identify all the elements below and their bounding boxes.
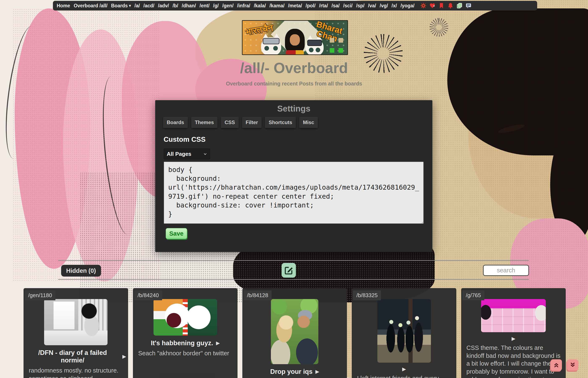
post-title-row: ▶ [461,336,566,341]
post-thumbnail[interactable] [44,299,107,345]
settings-tabs: BoardsThemesCSSFilterShortcutsMisc [163,117,318,128]
expand-arrow-icon[interactable]: ▶ [315,369,319,374]
post-title: Drop your iqs [270,368,313,376]
post-body: randomness mostly. no structure. sometim… [29,367,123,378]
nav-board-link[interactable]: /pol/ [306,3,315,9]
nav-board-link[interactable]: /rta/ [319,3,328,9]
post-card[interactable]: /b/84240 It's habbening guyz. ▶ Seach "a… [133,288,238,378]
search-input[interactable] [483,265,529,276]
banner-girl [284,29,306,55]
nav-board-link[interactable]: /g/ [213,3,219,9]
nav-icon-group [420,2,472,9]
expand-arrow-icon[interactable]: ▶ [512,336,515,341]
post-card[interactable]: /b/84128 Drop your iqs ▶ [242,288,347,378]
post-body: CSS theme. The colours are kindoff bad n… [467,344,561,378]
post-thumbnail[interactable] [271,299,318,364]
banner-cat-vr-right [306,39,324,55]
nav-board-link[interactable]: /dhan/ [182,3,196,9]
nav-overboard[interactable]: Overboard /all/ [74,3,107,9]
post-card-row: /gen/1180 /DFN - diary of a failed normi… [24,288,566,378]
nav-board-link[interactable]: /infra/ [237,3,250,9]
expand-arrow-icon[interactable]: ▶ [122,354,126,359]
nav-board-link[interactable]: /gen/ [222,3,234,9]
settings-tab[interactable]: Themes [191,117,218,128]
divider-line [58,260,529,261]
nav-board-link[interactable]: /kama/ [269,3,284,9]
save-button[interactable]: Save [166,228,187,239]
post-thumbnail[interactable] [481,299,546,332]
banner-pixel-sprite [338,38,343,43]
nav-board-link[interactable]: /adv/ [158,3,169,9]
nav-board-link[interactable]: /sa/ [332,3,340,9]
nav-board-link[interactable]: /acd/ [143,3,154,9]
banner-pixel-sprite [330,48,334,53]
notification-bell-icon[interactable] [447,2,454,9]
divider-line [58,279,529,280]
post-ref-badge[interactable]: /b/83325 [353,290,381,300]
chevron-down-icon: ▾ [129,3,131,8]
post-thumbnail[interactable] [377,299,431,363]
settings-panel: Settings BoardsThemesCSSFilterShortcutsM… [155,100,432,252]
post-ref-badge[interactable]: /b/84240 [134,290,162,300]
heart-plus-icon[interactable] [429,2,436,9]
top-navigation: Home Overboard /all/ Boards ▾ /a//acd//a… [53,1,537,11]
nav-board-link[interactable]: /a/ [134,3,140,9]
post-ref-badge[interactable]: /g/765 [462,290,484,300]
nav-board-link[interactable]: /meta/ [288,3,302,9]
settings-gear-icon[interactable] [420,2,427,9]
css-scope-select-control[interactable]: All Pages [164,151,210,157]
nav-board-link[interactable]: /sp/ [356,3,365,9]
nav-boards-menu[interactable]: Boards ▾ [111,3,131,9]
nav-home[interactable]: Home [57,3,70,9]
nav-board-link[interactable]: /kala/ [254,3,266,9]
scroll-to-bottom-button[interactable] [567,359,578,371]
post-title: /DFN - diary of a failed normie/ [26,349,120,364]
nav-board-link[interactable]: /b/ [173,3,178,9]
double-chevron-up-icon [553,361,560,369]
copy-pages-icon[interactable] [456,2,463,9]
expand-arrow-icon[interactable]: ▶ [216,340,220,346]
post-body: I left internet friends and every [357,374,451,378]
settings-tab[interactable]: Misc [299,117,318,128]
post-title-row: ▶ [352,366,456,372]
settings-tab[interactable]: CSS [221,117,238,128]
post-card[interactable]: /b/83325 ▶ I left internet friends and e… [352,288,456,378]
post-title: It's habbening guyz. [151,339,213,347]
nav-board-link[interactable]: /va/ [368,3,376,9]
nav-boards-label: Boards [111,3,128,9]
post-body: Seach "akhnoor border" on twitter [138,350,232,357]
settings-tab[interactable]: Shortcuts [265,117,296,128]
compose-pencil-icon [284,266,293,275]
custom-css-heading: Custom CSS [164,135,206,143]
custom-css-textarea[interactable]: body { background: url('https://bharatch… [164,162,424,224]
settings-title: Settings [155,104,432,113]
settings-tab[interactable]: Boards [163,117,188,128]
post-title-row: It's habbening guyz. ▶ [133,339,238,347]
scroll-to-top-button[interactable] [551,359,562,371]
new-post-button[interactable] [282,263,296,278]
page-subtitle: Overboard containing recent Posts from a… [147,81,441,87]
double-chevron-down-icon [569,361,576,369]
post-ref-badge[interactable]: /b/84128 [244,290,271,300]
nav-board-link[interactable]: /yoga/ [401,3,414,9]
nav-board-link[interactable]: /sci/ [343,3,353,9]
banner-cat-vr-left [261,37,281,55]
site-banner[interactable]: भारतचैन Bharat Chan [242,20,348,55]
nav-board-link[interactable]: /ent/ [200,3,209,9]
css-scope-select[interactable]: All Pages [164,148,210,159]
nav-board-link[interactable]: /x/ [392,3,397,9]
chat-message-icon[interactable] [465,2,472,9]
post-card[interactable]: /g/765 ▶ CSS theme. The colours are kind… [461,288,566,378]
hidden-posts-button[interactable]: Hidden (0) [61,265,101,277]
nav-board-link[interactable]: /vg/ [380,3,388,9]
post-card[interactable]: /gen/1180 /DFN - diary of a failed normi… [24,288,128,378]
banner-pixel-sprite [330,38,334,43]
post-thumbnail[interactable] [154,299,217,336]
settings-tab[interactable]: Filter [242,117,262,128]
page-title: /all/- Overboard [147,60,441,76]
post-title-row: /DFN - diary of a failed normie/ ▶ [24,349,128,364]
expand-arrow-icon[interactable]: ▶ [402,366,406,372]
banner-pixel-sprite [338,48,343,53]
post-ref-badge[interactable]: /gen/1180 [25,290,55,300]
bookmark-icon[interactable] [438,2,445,9]
